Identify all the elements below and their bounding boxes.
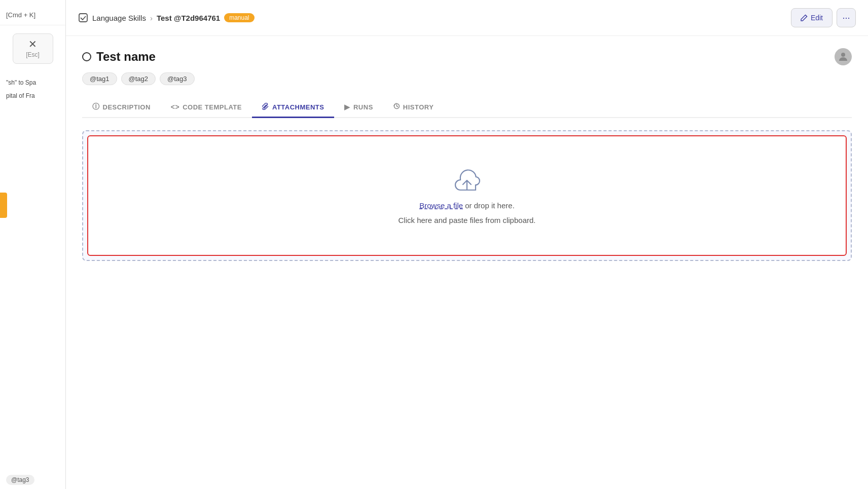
sidebar-close-button[interactable]: ✕ [Esc]: [13, 33, 53, 64]
svg-point-1: [841, 53, 845, 57]
page-content: Test name @tag1 @tag2 @tag3 ⓘ DESCRIPTIO…: [66, 36, 868, 489]
history-icon: [393, 103, 400, 111]
tag-chip-0[interactable]: @tag1: [82, 72, 117, 85]
breadcrumb-parent[interactable]: Language Skills: [92, 14, 146, 22]
test-title-text: Test name: [96, 50, 156, 64]
check-icon: [78, 13, 88, 23]
breadcrumb: Language Skills › Test @T2d964761 manual: [78, 13, 791, 23]
sidebar-search-label: [Cmd + K]: [6, 11, 35, 19]
edit-label: Edit: [811, 14, 823, 22]
header-actions: Edit ···: [791, 8, 856, 27]
breadcrumb-id: Test @T2d964761: [157, 14, 220, 22]
tab-description-label: DESCRIPTION: [103, 103, 151, 111]
avatar-icon: [837, 51, 849, 63]
sidebar: [Cmd + K] ✕ [Esc] "sh" to Spa pital of F…: [0, 0, 66, 489]
tag-chip-2[interactable]: @tag3: [160, 72, 195, 85]
breadcrumb-badge: manual: [224, 13, 254, 22]
dropzone-inner[interactable]: Browse a file or drop it here. Click her…: [87, 135, 847, 256]
tags-row: @tag1 @tag2 @tag3: [82, 72, 852, 85]
paperclip-icon: [262, 103, 269, 111]
tab-code-template-label: CODE TEMPLATE: [183, 103, 242, 111]
test-title-group: Test name: [82, 50, 156, 64]
dropzone-link-row: Browse a file or drop it here.: [419, 201, 515, 210]
test-status-circle: [82, 52, 91, 61]
sidebar-item-2[interactable]: pital of Fra: [0, 89, 65, 102]
header: Language Skills › Test @T2d964761 manual…: [66, 0, 868, 36]
tab-runs[interactable]: ▶ RUNS: [334, 97, 383, 118]
browse-link[interactable]: Browse a file: [419, 201, 463, 210]
drop-text: or drop it here.: [463, 201, 515, 210]
sidebar-items-list: "sh" to Spa pital of Fra: [0, 72, 65, 471]
sidebar-notification-badge: [0, 193, 7, 218]
edit-button[interactable]: Edit: [791, 8, 833, 27]
more-options-button[interactable]: ···: [837, 8, 856, 27]
dropzone-paste-text: Click here and paste files from clipboar…: [399, 216, 536, 224]
breadcrumb-separator: ›: [150, 14, 153, 22]
sidebar-item-1[interactable]: "sh" to Spa: [0, 76, 65, 89]
sidebar-tag-chip: @tag3: [6, 475, 34, 485]
sidebar-tag-item[interactable]: @tag3: [0, 471, 41, 489]
more-icon: ···: [842, 13, 850, 23]
test-title-row: Test name: [82, 48, 852, 65]
cloud-upload-icon: [449, 167, 485, 195]
tab-history-label: HISTORY: [403, 103, 434, 111]
svg-rect-0: [79, 14, 87, 22]
info-icon: ⓘ: [92, 102, 100, 111]
sidebar-search[interactable]: [Cmd + K]: [0, 0, 65, 25]
tab-code-template[interactable]: <> CODE TEMPLATE: [161, 97, 252, 118]
tab-history[interactable]: HISTORY: [383, 97, 444, 118]
main-content: Language Skills › Test @T2d964761 manual…: [66, 0, 868, 489]
tab-attachments[interactable]: ATTACHMENTS: [252, 97, 335, 118]
pencil-icon: [801, 14, 808, 21]
tab-attachments-label: ATTACHMENTS: [272, 103, 324, 111]
esc-label: [Esc]: [26, 51, 40, 58]
tab-description[interactable]: ⓘ DESCRIPTION: [82, 97, 161, 118]
code-icon: <>: [171, 103, 179, 111]
play-icon: ▶: [344, 103, 350, 111]
tabs: ⓘ DESCRIPTION <> CODE TEMPLATE ATTACHMEN…: [82, 97, 852, 118]
close-icon: ✕: [28, 39, 37, 49]
user-avatar: [835, 48, 852, 65]
tab-runs-label: RUNS: [353, 103, 373, 111]
dropzone-outer[interactable]: Browse a file or drop it here. Click her…: [82, 130, 852, 261]
tag-chip-1[interactable]: @tag2: [121, 72, 156, 85]
